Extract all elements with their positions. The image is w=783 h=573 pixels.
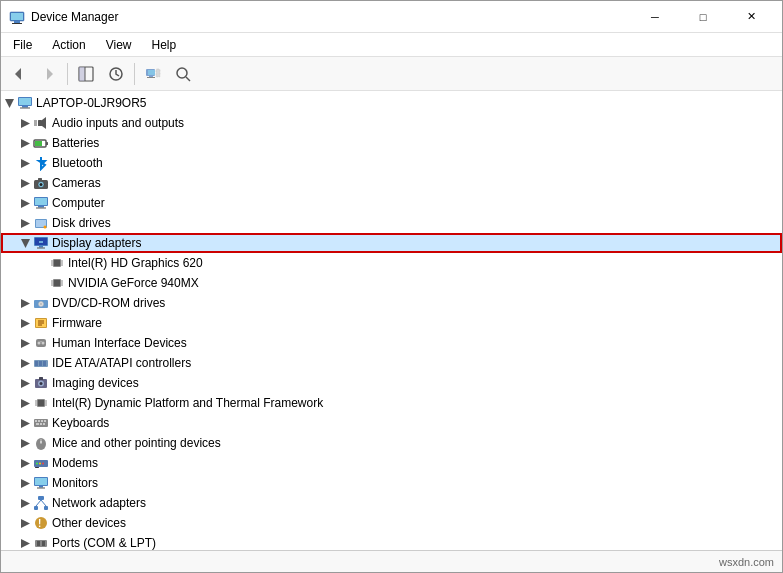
show-hidden-button[interactable] <box>139 61 167 87</box>
tree-expander[interactable] <box>17 535 33 550</box>
tree-expander[interactable] <box>17 195 33 211</box>
back-button[interactable] <box>5 61 33 87</box>
close-button[interactable]: ✕ <box>728 5 774 29</box>
title-bar-left: Device Manager <box>9 9 118 25</box>
svg-marker-137 <box>21 539 30 548</box>
tree-expander[interactable] <box>17 475 33 491</box>
tree-label: IDE ATA/ATAPI controllers <box>52 356 191 370</box>
properties-pane-button[interactable] <box>72 61 100 87</box>
tree-expander[interactable] <box>17 415 33 431</box>
menu-bar: File Action View Help <box>1 33 782 57</box>
tree-label: Imaging devices <box>52 376 139 390</box>
tree-expander[interactable] <box>17 175 33 191</box>
menu-view[interactable]: View <box>98 36 140 54</box>
tree-item-audio[interactable]: Audio inputs and outputs <box>1 113 782 133</box>
svg-marker-128 <box>21 499 30 508</box>
tree-expander[interactable] <box>17 375 33 391</box>
tree-item-imaging[interactable]: Imaging devices <box>1 373 782 393</box>
tree-expander[interactable] <box>17 515 33 531</box>
tree-expander[interactable] <box>17 135 33 151</box>
tree-expander[interactable] <box>17 335 33 351</box>
svg-rect-86 <box>35 361 38 366</box>
tree-item-mice[interactable]: Mice and other pointing devices <box>1 433 782 453</box>
svg-marker-94 <box>21 399 30 408</box>
tree-expander[interactable] <box>17 235 33 251</box>
tree-item-other[interactable]: !Other devices <box>1 513 782 533</box>
tree-label: Computer <box>52 196 105 210</box>
scan-hardware-button[interactable] <box>169 61 197 87</box>
tree-expander[interactable] <box>17 455 33 471</box>
svg-marker-123 <box>21 479 30 488</box>
svg-marker-33 <box>21 179 30 188</box>
tree-item-bluetooth[interactable]: Bluetooth <box>1 153 782 173</box>
main-content: LAPTOP-0LJR9OR5Audio inputs and outputsB… <box>1 91 782 550</box>
svg-rect-83 <box>40 341 42 342</box>
tree-expander[interactable] <box>1 95 17 111</box>
tree-expander[interactable] <box>17 435 33 451</box>
tree-item-cameras[interactable]: Cameras <box>1 173 782 193</box>
svg-rect-112 <box>36 423 37 425</box>
tree-item-hid[interactable]: Human Interface Devices <box>1 333 782 353</box>
tree-expander[interactable] <box>17 115 33 131</box>
svg-marker-17 <box>5 99 14 108</box>
tree-item-intel-dynamic[interactable]: Intel(R) Dynamic Platform and Thermal Fr… <box>1 393 782 413</box>
tree-item-dvd[interactable]: DVD/CD-ROM drives <box>1 293 782 313</box>
tree-expander[interactable] <box>17 155 33 171</box>
svg-marker-103 <box>21 419 30 428</box>
svg-marker-73 <box>21 319 30 328</box>
svg-marker-69 <box>21 299 30 308</box>
svg-text:!: ! <box>38 518 41 529</box>
minimize-button[interactable]: ─ <box>632 5 678 29</box>
tree-item-diskdrives[interactable]: Disk drives <box>1 213 782 233</box>
tree-item-monitors[interactable]: Monitors <box>1 473 782 493</box>
tree-expander[interactable] <box>17 315 33 331</box>
update-driver-button[interactable] <box>102 61 130 87</box>
svg-marker-134 <box>21 519 30 528</box>
tree-item-computer[interactable]: Computer <box>1 193 782 213</box>
svg-line-16 <box>186 77 190 81</box>
svg-rect-105 <box>35 420 37 422</box>
menu-action[interactable]: Action <box>44 36 93 54</box>
tree-item-displayadapters[interactable]: Display adapters <box>1 233 782 253</box>
tree-expander[interactable] <box>17 355 33 371</box>
tree-item-keyboards[interactable]: Keyboards <box>1 413 782 433</box>
svg-rect-127 <box>37 488 45 489</box>
svg-line-133 <box>41 500 46 506</box>
svg-rect-91 <box>39 377 43 380</box>
tree-item-ports[interactable]: Ports (COM & LPT) <box>1 533 782 550</box>
tree-label: Monitors <box>52 476 98 490</box>
menu-help[interactable]: Help <box>144 36 185 54</box>
svg-rect-88 <box>43 361 46 366</box>
tree-expander[interactable] <box>17 395 33 411</box>
menu-file[interactable]: File <box>5 36 40 54</box>
tree-item-network[interactable]: Network adapters <box>1 493 782 513</box>
svg-point-116 <box>40 441 42 443</box>
tree-item-root[interactable]: LAPTOP-0LJR9OR5 <box>1 93 782 113</box>
tree-expander[interactable] <box>17 215 33 231</box>
tree-item-intel-hd[interactable]: Intel(R) HD Graphics 620 <box>1 253 782 273</box>
tree-item-firmware[interactable]: Firmware <box>1 313 782 333</box>
device-icon-chip <box>49 255 65 271</box>
device-icon-camera <box>33 175 49 191</box>
maximize-button[interactable]: □ <box>680 5 726 29</box>
svg-rect-131 <box>44 506 48 510</box>
svg-rect-130 <box>34 506 38 510</box>
properties-icon <box>78 66 94 82</box>
tree-item-nvidia[interactable]: NVIDIA GeForce 940MX <box>1 273 782 293</box>
tree-item-ideata[interactable]: IDE ATA/ATAPI controllers <box>1 353 782 373</box>
svg-rect-13 <box>147 77 155 78</box>
device-tree[interactable]: LAPTOP-0LJR9OR5Audio inputs and outputsB… <box>1 91 782 550</box>
tree-item-modems[interactable]: Modems <box>1 453 782 473</box>
forward-button[interactable] <box>35 61 63 87</box>
svg-rect-126 <box>39 486 43 488</box>
tree-label: Bluetooth <box>52 156 103 170</box>
tree-expander[interactable] <box>33 255 49 271</box>
svg-rect-41 <box>38 206 44 208</box>
tree-expander[interactable] <box>17 495 33 511</box>
back-icon <box>11 66 27 82</box>
svg-rect-19 <box>19 98 31 105</box>
toolbar <box>1 57 782 91</box>
tree-expander[interactable] <box>17 295 33 311</box>
tree-item-batteries[interactable]: Batteries <box>1 133 782 153</box>
tree-expander[interactable] <box>33 275 49 291</box>
